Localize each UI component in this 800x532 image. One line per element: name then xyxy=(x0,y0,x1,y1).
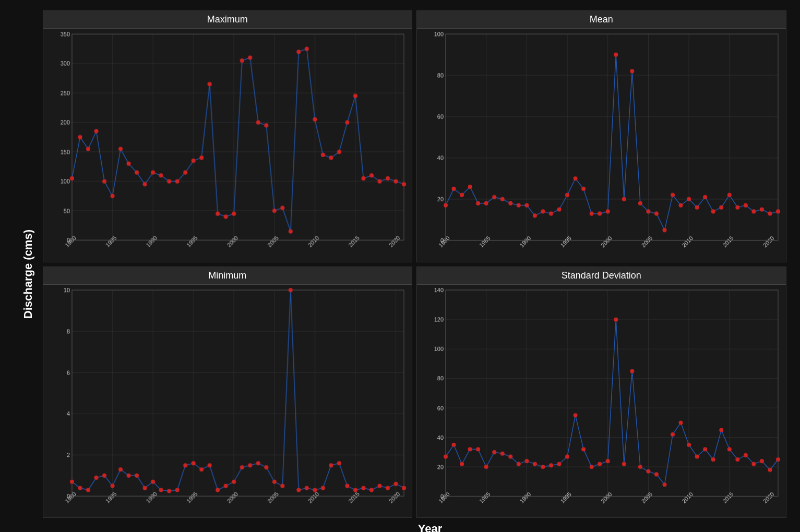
canvas-mean xyxy=(417,29,786,262)
chart-minimum-title: Minimum xyxy=(43,267,412,285)
charts-grid: Maximum Mean Minimum xyxy=(43,10,786,518)
x-axis-label: Year xyxy=(74,518,786,532)
chart-stddev-body xyxy=(417,285,786,518)
canvas-minimum xyxy=(43,285,412,518)
y-axis-label: Discharge (cms) xyxy=(14,10,43,532)
chart-stddev: Standard Deviation xyxy=(416,267,786,518)
chart-maximum: Maximum xyxy=(43,10,413,262)
chart-minimum-body xyxy=(43,285,412,518)
canvas-stddev xyxy=(417,285,786,518)
canvas-maximum xyxy=(43,29,412,262)
chart-maximum-title: Maximum xyxy=(43,11,412,29)
chart-mean-body xyxy=(417,29,786,262)
chart-mean: Mean xyxy=(416,10,786,262)
chart-maximum-body xyxy=(43,29,412,262)
chart-mean-title: Mean xyxy=(417,11,786,29)
chart-minimum: Minimum xyxy=(43,267,413,518)
chart-stddev-title: Standard Deviation xyxy=(417,267,786,285)
main-container: Discharge (cms) Maximum Mean Minimum xyxy=(14,10,786,522)
